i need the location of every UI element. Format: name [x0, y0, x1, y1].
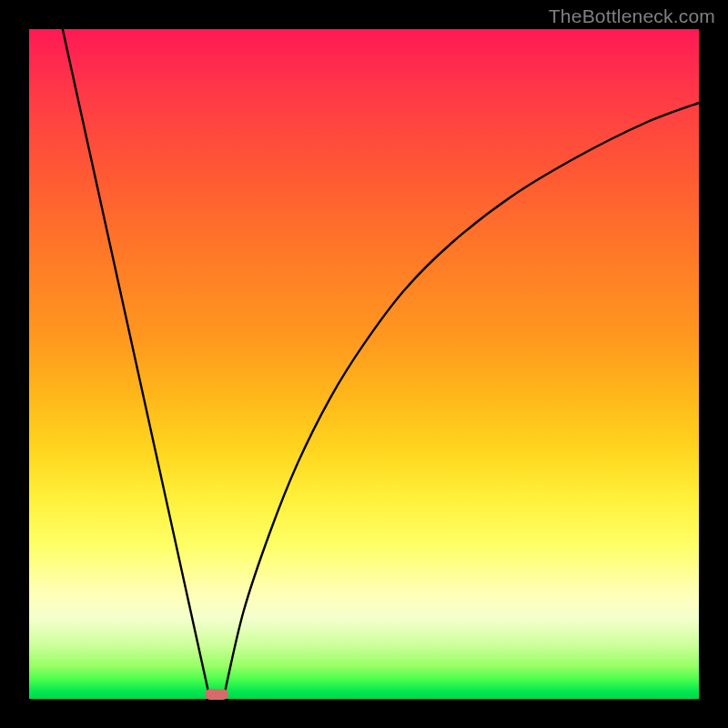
plot-area [29, 29, 699, 699]
right-branch-path [223, 103, 699, 699]
min-marker [205, 689, 228, 700]
curve-svg [29, 29, 699, 699]
watermark-text: TheBottleneck.com [549, 5, 715, 27]
left-branch-path [63, 29, 210, 699]
chart-frame: TheBottleneck.com [0, 0, 728, 728]
